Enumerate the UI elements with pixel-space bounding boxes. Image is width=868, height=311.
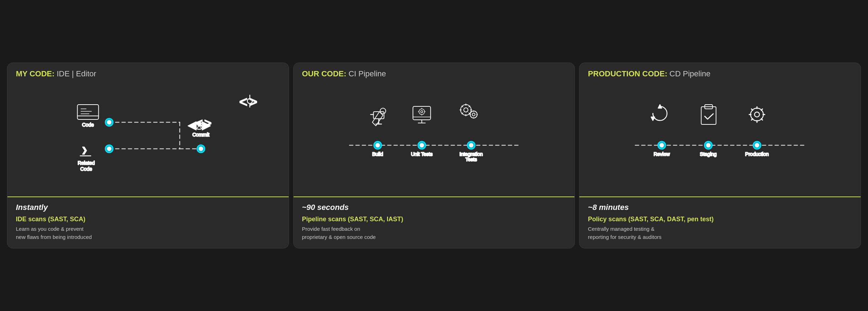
svg-point-82 [755,112,760,117]
svg-text:Integration: Integration [459,151,483,157]
footer-desc-3: Centrally managed testing & reporting fo… [588,225,852,241]
svg-text:Code: Code [82,122,94,128]
svg-text:Review: Review [654,151,670,157]
svg-point-43 [419,109,424,115]
panel-production-code-header: PRODUCTION CODE: CD Pipeline [579,63,861,83]
panel-production-code-subtitle: CD Pipeline [669,69,710,78]
panel-our-code-header: OUR CODE: CI Pipeline [294,63,575,83]
panel-production-code-footer: ~8 minutes Policy scans (SAST, SCA, DAST… [579,196,861,248]
svg-point-27 [107,147,111,151]
svg-text:Unit Tests: Unit Tests [411,151,432,157]
svg-point-44 [421,111,423,113]
panel-my-code-label: MY CODE: [16,69,55,78]
diagram3-svg: Review Staging [588,90,852,182]
svg-text:Tests: Tests [465,157,477,162]
footer-time-3: ~8 minutes [588,203,852,212]
footer-desc-2: Provide fast feedback on proprietary & o… [302,225,566,241]
svg-point-51 [464,108,468,112]
svg-line-89 [761,109,763,110]
svg-text:◀: ◀ [188,119,196,131]
svg-point-93 [660,143,664,147]
commit-icon-box: < > [239,93,260,114]
panel-our-code: OUR CODE: CI Pipeline Build [293,63,575,248]
svg-point-29 [199,147,203,151]
svg-point-95 [707,143,710,147]
panel-my-code-subtitle: IDE | Editor [57,69,96,78]
svg-point-25 [107,121,111,124]
svg-text:<: < [239,94,247,110]
panel-my-code-footer: Instantly IDE scans (SAST, SCA) Learn as… [7,196,289,248]
svg-line-90 [752,119,753,120]
svg-point-73 [469,143,473,147]
svg-text:Production: Production [745,151,769,157]
svg-text:Staging: Staging [700,151,717,157]
footer-title-2: Pipeline scans (SAST, SCA, IAST) [302,216,566,223]
svg-point-22 [197,122,201,126]
svg-text:❯: ❯ [82,144,88,156]
svg-rect-4 [77,105,98,119]
panel-my-code-diagram: Code ❯ Related Code ◀ ▶ Commit < > [7,83,289,196]
footer-title-1: IDE scans (SAST, SCA) [16,216,280,223]
panel-our-code-label: OUR CODE: [302,69,346,78]
svg-rect-78 [701,107,716,124]
svg-point-36 [380,108,386,114]
svg-point-69 [376,143,379,147]
svg-marker-75 [658,105,662,108]
svg-line-88 [761,119,763,120]
svg-text:>: > [249,94,257,110]
panel-my-code-header: MY CODE: IDE | Editor [7,63,289,83]
panel-production-code: PRODUCTION CODE: CD Pipeline Review [579,63,861,248]
svg-text:Commit: Commit [192,132,209,137]
footer-title-3: Policy scans (SAST, SCA, DAST, pen test) [588,216,852,223]
footer-time-2: ~90 seconds [302,203,566,212]
svg-point-97 [755,143,759,147]
panel-production-code-label: PRODUCTION CODE: [588,69,667,78]
svg-point-61 [472,113,475,116]
diagram2-svg: Build Unit Tests [302,90,566,182]
panel-our-code-footer: ~90 seconds Pipeline scans (SAST, SCA, I… [294,196,575,248]
svg-line-87 [752,109,753,110]
panel-our-code-subtitle: CI Pipeline [349,69,386,78]
svg-point-60 [470,111,477,118]
svg-text:Code: Code [80,166,92,172]
commit-svg-icon: < > [239,93,260,113]
svg-text:>: > [204,116,212,130]
panel-production-code-diagram: Review Staging [579,83,861,196]
footer-desc-1: Learn as you code & prevent new flaws fr… [16,225,280,241]
footer-time-1: Instantly [16,203,280,212]
svg-text:Build: Build [372,151,383,157]
svg-marker-76 [651,117,655,121]
panel-our-code-diagram: Build Unit Tests [294,83,575,196]
main-container: MY CODE: IDE | Editor [0,55,868,256]
panel-my-code: MY CODE: IDE | Editor [7,63,289,248]
svg-point-71 [420,143,423,147]
svg-text:Related: Related [78,160,95,166]
